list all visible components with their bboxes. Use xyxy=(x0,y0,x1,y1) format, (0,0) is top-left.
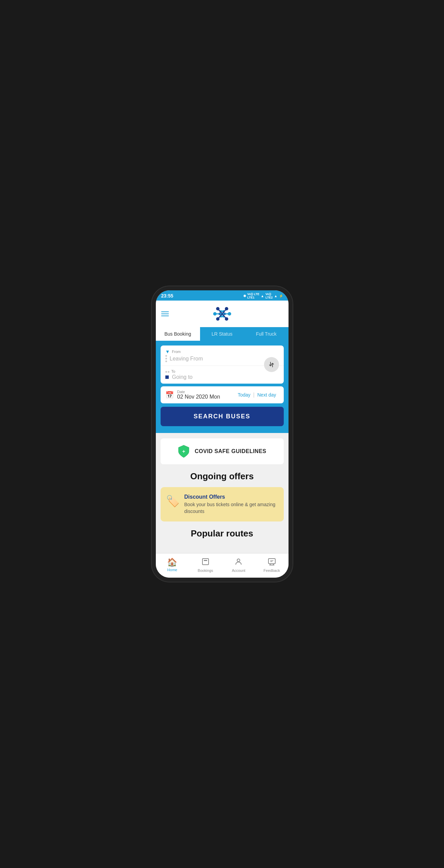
covid-banner[interactable]: + COVID SAFE GUIDELINES xyxy=(161,438,284,464)
calendar-icon: 📅 xyxy=(165,391,174,399)
popular-routes-title: Popular routes xyxy=(161,528,284,539)
svg-rect-21 xyxy=(204,560,207,561)
status-bar: 23:55 ✱ Vo)) LTELTE1 ▲ Vo)) LTE2 ▲ ⚡ xyxy=(156,290,289,301)
status-icons: ✱ Vo)) LTELTE1 ▲ Vo)) LTE2 ▲ ⚡ xyxy=(243,292,283,299)
from-value: Leaving From xyxy=(170,356,203,362)
to-label: To xyxy=(165,369,279,373)
logo xyxy=(212,305,232,322)
today-button[interactable]: Today xyxy=(235,391,253,399)
date-info: Date 02 Nov 2020 Mon xyxy=(177,390,220,400)
to-dots-icon xyxy=(165,370,169,373)
from-label: ▼ From xyxy=(165,349,279,354)
signal-bar2-icon: ▲ xyxy=(274,294,278,298)
covid-text: COVID SAFE GUIDELINES xyxy=(195,448,266,454)
ongoing-offers-section: Ongoing offers 🏷️ Discount Offers Book y… xyxy=(161,471,284,521)
nav-label-home: Home xyxy=(167,568,177,572)
date-label: Date xyxy=(177,390,220,394)
hamburger-menu-button[interactable] xyxy=(161,311,169,316)
svg-text:+: + xyxy=(182,448,185,454)
status-time: 23:55 xyxy=(161,293,174,299)
search-buses-button[interactable]: SEARCH BUSES xyxy=(161,407,284,426)
app-header xyxy=(156,301,289,327)
to-value: Going to xyxy=(172,374,193,380)
offer-tag-icon: 🏷️ xyxy=(166,495,180,508)
phone-screen: 23:55 ✱ Vo)) LTELTE1 ▲ Vo)) LTE2 ▲ ⚡ xyxy=(156,290,289,578)
feedback-icon xyxy=(268,558,276,568)
search-area: ▼ From Leaving From xyxy=(156,341,289,433)
date-actions: Today | Next day xyxy=(235,391,279,399)
offer-desc: Book your bus tickets online & get amazi… xyxy=(184,501,278,515)
offer-content: Discount Offers Book your bus tickets on… xyxy=(184,494,278,515)
nav-label-bookings: Bookings xyxy=(198,568,213,573)
nav-item-feedback[interactable]: Feedback xyxy=(255,556,289,574)
svg-rect-23 xyxy=(268,559,275,564)
account-icon xyxy=(234,558,243,568)
hamburger-line-3 xyxy=(161,316,169,316)
bluetooth-icon: ✱ xyxy=(243,294,246,298)
logo-svg xyxy=(212,305,232,322)
hamburger-line-1 xyxy=(161,311,169,312)
nav-label-account: Account xyxy=(232,568,245,573)
swap-button[interactable] xyxy=(264,357,279,372)
home-icon: 🏠 xyxy=(167,558,177,567)
covid-shield-icon: + xyxy=(178,445,190,458)
ongoing-offers-title: Ongoing offers xyxy=(161,471,284,482)
tab-bus-booking[interactable]: Bus Booking xyxy=(156,327,200,341)
nav-label-feedback: Feedback xyxy=(264,568,280,573)
signal-lte2-icon: Vo)) LTE2 xyxy=(265,292,273,299)
system-nav-bar xyxy=(156,575,289,578)
swap-icon xyxy=(268,361,275,368)
discount-offer-card[interactable]: 🏷️ Discount Offers Book your bus tickets… xyxy=(161,487,284,521)
nav-item-account[interactable]: Account xyxy=(222,556,256,574)
hamburger-line-2 xyxy=(161,314,169,314)
date-card[interactable]: 📅 Date 02 Nov 2020 Mon Today | Next day xyxy=(161,386,284,403)
nav-item-home[interactable]: 🏠 Home xyxy=(156,556,189,574)
date-left: 📅 Date 02 Nov 2020 Mon xyxy=(165,390,220,400)
popular-routes-section: Popular routes xyxy=(161,528,284,548)
signal-lte1-icon: Vo)) LTELTE1 xyxy=(247,292,260,299)
tab-bar: Bus Booking LR Status Full Truck xyxy=(156,327,289,341)
signal-bar1-icon: ▲ xyxy=(261,294,264,298)
phone-frame: 23:55 ✱ Vo)) LTELTE1 ▲ Vo)) LTE2 ▲ ⚡ xyxy=(156,290,289,578)
date-value: 02 Nov 2020 Mon xyxy=(177,394,220,400)
bottom-nav: 🏠 Home Bookings xyxy=(156,553,289,575)
svg-rect-20 xyxy=(202,559,209,565)
content-area: + COVID SAFE GUIDELINES Ongoing offers 🏷… xyxy=(156,433,289,553)
from-triangle-icon: ▼ xyxy=(165,349,170,354)
svg-point-22 xyxy=(237,559,240,562)
from-to-container: ▼ From Leaving From xyxy=(161,345,284,384)
offer-title: Discount Offers xyxy=(184,494,278,500)
bookings-icon xyxy=(201,558,210,568)
tab-full-truck[interactable]: Full Truck xyxy=(244,327,289,341)
nav-item-bookings[interactable]: Bookings xyxy=(189,556,222,574)
tab-lr-status[interactable]: LR Status xyxy=(200,327,244,341)
route-dots xyxy=(165,355,167,362)
next-day-button[interactable]: Next day xyxy=(254,391,279,399)
battery-icon: ⚡ xyxy=(279,294,283,298)
to-square-icon xyxy=(165,375,169,379)
